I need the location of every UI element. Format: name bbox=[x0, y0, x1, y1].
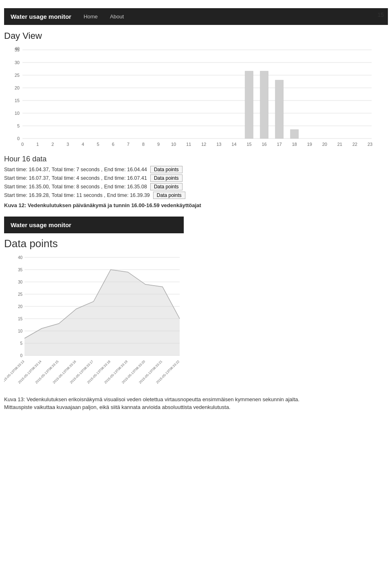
svg-rect-41 bbox=[245, 71, 253, 139]
svg-text:5: 5 bbox=[17, 123, 20, 128]
svg-text:40: 40 bbox=[18, 255, 23, 260]
svg-text:16: 16 bbox=[262, 142, 267, 147]
svg-text:5: 5 bbox=[20, 341, 22, 346]
svg-rect-42 bbox=[260, 71, 268, 139]
svg-text:0: 0 bbox=[21, 142, 24, 147]
data-points-btn-2[interactable]: Data points bbox=[150, 174, 183, 182]
end-time-3: End time: 16.35.08 bbox=[104, 184, 147, 190]
top-navbar: Water usage monitor Home About bbox=[4, 8, 388, 25]
svg-text:8: 8 bbox=[142, 142, 145, 147]
svg-text:21: 21 bbox=[337, 142, 342, 147]
page-number: 15 bbox=[377, 11, 384, 18]
bottom-caption: Kuva 13: Vedenkulutuksen erikoisnäkymä v… bbox=[4, 396, 388, 410]
caption-1: Kuva 12: Vedenkulutuksen päivänäkymä ja … bbox=[4, 202, 388, 208]
start-time-2: Start time: 16.07.37, bbox=[4, 175, 50, 181]
svg-text:3: 3 bbox=[67, 142, 69, 147]
data-row: Start time: 16.39.28, Total time: 11 sec… bbox=[4, 192, 388, 199]
svg-text:7: 7 bbox=[127, 142, 129, 147]
svg-text:30: 30 bbox=[18, 280, 23, 284]
svg-text:11: 11 bbox=[186, 142, 191, 147]
svg-text:19: 19 bbox=[307, 142, 312, 147]
svg-text:10: 10 bbox=[15, 111, 20, 116]
svg-text:0: 0 bbox=[17, 136, 20, 141]
line-chart: 0 5 10 15 20 25 30 35 40 2015-05-13T08:3… bbox=[4, 253, 184, 392]
svg-text:12: 12 bbox=[201, 142, 206, 147]
svg-text:20: 20 bbox=[18, 304, 23, 309]
svg-text:15: 15 bbox=[15, 98, 20, 103]
svg-text:0: 0 bbox=[20, 353, 22, 358]
start-time-1: Start time: 16.04.37, bbox=[4, 167, 50, 172]
start-time-3: Start time: 16.35.00, bbox=[4, 184, 50, 190]
svg-text:40: 40 bbox=[15, 46, 20, 51]
end-time-1: End time: 16.04.44 bbox=[104, 167, 147, 172]
end-time-4: End time: 16.39.39 bbox=[107, 192, 150, 198]
total-time-4: Total time: 11 seconds , bbox=[52, 192, 105, 198]
svg-text:15: 15 bbox=[18, 317, 23, 321]
day-view-title: Day View bbox=[4, 31, 388, 41]
total-time-1: Total time: 7 seconds , bbox=[52, 167, 102, 172]
total-time-3: Total time: 8 seconds , bbox=[52, 184, 102, 190]
svg-text:20: 20 bbox=[322, 142, 327, 147]
second-navbar: Water usage monitor bbox=[4, 217, 184, 233]
caption-2b: Mittauspiste vaikuttaa kuvaajaan paljon,… bbox=[4, 404, 388, 410]
total-time-2: Total time: 4 seconds , bbox=[52, 175, 102, 181]
svg-text:17: 17 bbox=[277, 142, 282, 147]
data-row: Start time: 16.04.37, Total time: 7 seco… bbox=[4, 166, 388, 173]
caption-2a: Kuva 13: Vedenkulutuksen erikoisnäkymä v… bbox=[4, 396, 388, 402]
svg-text:2: 2 bbox=[51, 142, 54, 147]
data-points-btn-1[interactable]: Data points bbox=[150, 166, 183, 173]
data-points-btn-3[interactable]: Data points bbox=[150, 183, 183, 190]
svg-text:23: 23 bbox=[368, 142, 372, 147]
svg-text:35: 35 bbox=[18, 268, 23, 272]
svg-text:10: 10 bbox=[171, 142, 176, 147]
svg-rect-44 bbox=[290, 130, 298, 139]
svg-text:6: 6 bbox=[112, 142, 114, 147]
svg-text:15: 15 bbox=[247, 142, 252, 147]
nav-home[interactable]: Home bbox=[84, 13, 98, 20]
svg-text:30: 30 bbox=[15, 60, 20, 65]
svg-text:22: 22 bbox=[352, 142, 357, 147]
data-points-btn-4[interactable]: Data points bbox=[153, 192, 185, 199]
bar-chart: 0 5 10 15 20 25 30 35 40 0 1 2 3 4 5 6 7… bbox=[4, 45, 380, 151]
svg-text:1: 1 bbox=[36, 142, 39, 147]
svg-text:25: 25 bbox=[18, 292, 23, 297]
svg-text:20: 20 bbox=[15, 85, 20, 90]
svg-text:18: 18 bbox=[292, 142, 297, 147]
nav-about[interactable]: About bbox=[110, 13, 124, 20]
hour-data-title: Hour 16 data bbox=[4, 155, 388, 163]
svg-text:13: 13 bbox=[216, 142, 221, 147]
data-points-title: Data points bbox=[4, 237, 388, 250]
end-time-2: End time: 16.07.41 bbox=[104, 175, 147, 181]
start-time-4: Start time: 16.39.28, bbox=[4, 192, 50, 198]
data-row: Start time: 16.07.37, Total time: 4 seco… bbox=[4, 174, 388, 182]
svg-text:25: 25 bbox=[15, 73, 20, 78]
navbar2-brand: Water usage monitor bbox=[11, 221, 71, 228]
navbar-brand: Water usage monitor bbox=[11, 13, 71, 20]
svg-text:4: 4 bbox=[82, 142, 84, 147]
svg-rect-43 bbox=[275, 80, 283, 139]
svg-text:14: 14 bbox=[232, 142, 236, 147]
svg-marker-63 bbox=[24, 270, 180, 355]
svg-text:10: 10 bbox=[18, 329, 23, 333]
svg-text:5: 5 bbox=[97, 142, 99, 147]
data-row: Start time: 16.35.00, Total time: 8 seco… bbox=[4, 183, 388, 190]
hour-data-section: Hour 16 data Start time: 16.04.37, Total… bbox=[4, 155, 388, 199]
svg-text:9: 9 bbox=[157, 142, 160, 147]
